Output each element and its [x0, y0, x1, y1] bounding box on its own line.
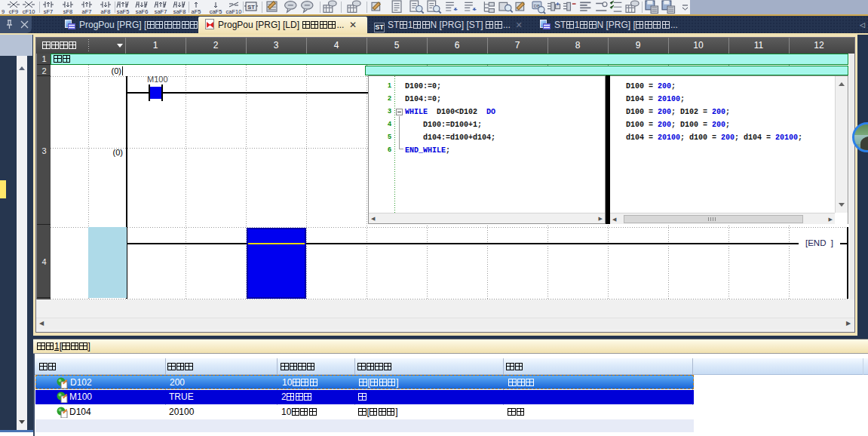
svg-text:cF9: cF9 — [9, 8, 19, 15]
svg-text:aF7: aF7 — [82, 8, 92, 15]
svg-text:sF8: sF8 — [63, 8, 73, 15]
svg-text:9: 9 — [2, 8, 5, 15]
svg-text:sF7: sF7 — [44, 8, 54, 15]
svg-text:saF8: saF8 — [173, 8, 186, 15]
svg-text:saF6: saF6 — [136, 8, 149, 15]
svg-text:cF10: cF10 — [23, 8, 35, 15]
svg-text:saF5: saF5 — [117, 8, 130, 15]
svg-text:caF5: caF5 — [210, 8, 222, 15]
svg-text:caF10: caF10 — [226, 8, 242, 15]
svg-text:aF8: aF8 — [101, 8, 111, 15]
svg-text:saF7: saF7 — [155, 8, 167, 15]
svg-text:ST: ST — [247, 4, 255, 11]
svg-text:aF5: aF5 — [192, 8, 201, 15]
